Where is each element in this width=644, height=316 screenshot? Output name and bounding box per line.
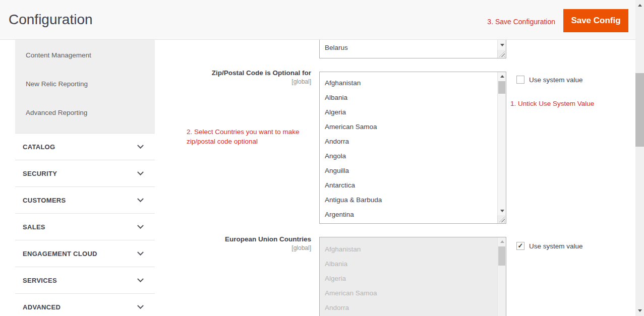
scrollbar-thumb[interactable]	[498, 81, 505, 94]
sidebar-item-advanced-reporting[interactable]: Advanced Reporting	[15, 98, 155, 127]
config-nav-sidebar: Content Management New Relic Reporting A…	[15, 40, 155, 316]
select-option-disabled: Algeria	[320, 271, 497, 286]
select-option[interactable]: Afghanistan	[320, 76, 497, 90]
sidebar-section-label: SERVICES	[23, 277, 57, 284]
page-header: Configuration 3. Save Configuration Save…	[0, 0, 644, 40]
chevron-down-icon	[137, 276, 144, 282]
sidebar-section-catalog[interactable]: CATALOG	[15, 133, 155, 160]
zip-optional-country-multiselect[interactable]: AfghanistanAlbaniaAlgeriaAmerican SamoaA…	[319, 72, 506, 224]
zip-optional-field-label: Zip/Postal Code is Optional for [global]	[166, 69, 311, 85]
sidebar-section-label: SALES	[23, 223, 45, 231]
use-system-value-checkbox[interactable]	[516, 242, 524, 250]
sidebar-section-services[interactable]: SERVICES	[15, 267, 155, 293]
country-multiselect-partial[interactable]: BelarusBelgium	[319, 40, 506, 58]
sidebar-section-label: CATALOG	[23, 143, 55, 151]
sidebar-section-sales[interactable]: SALES	[15, 213, 155, 240]
field-label-text: European Union Countries	[166, 235, 311, 243]
arrow-down-icon	[500, 44, 504, 46]
chevron-down-icon	[137, 196, 144, 202]
field-scope-text: [global]	[166, 78, 311, 85]
configuration-page: Configuration 3. Save Configuration Save…	[0, 0, 644, 316]
scrollbar-thumb	[498, 246, 505, 266]
sidebar-section-engagement-cloud[interactable]: ENGAGEMENT CLOUD	[15, 240, 155, 267]
select-scrollbar	[497, 237, 506, 316]
arrow-up-icon	[500, 75, 504, 78]
scroll-down-button[interactable]	[635, 306, 644, 315]
sidebar-section-label: CUSTOMERS	[23, 197, 66, 204]
select-option[interactable]: Anguilla	[320, 163, 497, 178]
select-option[interactable]: Argentina	[320, 207, 497, 222]
chevron-down-icon	[137, 142, 144, 149]
resize-grip-icon	[499, 51, 505, 57]
arrow-up-icon	[638, 4, 642, 7]
select-option-disabled: Afghanistan	[320, 242, 497, 257]
select-option[interactable]: Belgium	[320, 54, 497, 58]
use-system-value-label[interactable]: Use system value	[529, 76, 583, 84]
resize-grip-icon	[499, 217, 505, 222]
select-option-disabled: American Samoa	[320, 286, 497, 300]
sidebar-item-new-relic-reporting[interactable]: New Relic Reporting	[15, 70, 155, 98]
arrow-up-icon	[500, 240, 504, 243]
scroll-up-button[interactable]	[635, 1, 644, 10]
chevron-down-icon	[137, 302, 144, 309]
scroll-up-button	[498, 237, 506, 246]
use-system-value-label[interactable]: Use system value	[529, 242, 583, 250]
page-scrollbar[interactable]	[635, 0, 644, 316]
select-option[interactable]: Antarctica	[320, 178, 497, 193]
select-option-disabled: Albania	[320, 257, 497, 271]
arrow-down-icon	[638, 309, 642, 312]
resize-handle[interactable]	[497, 215, 506, 223]
chevron-down-icon	[137, 169, 144, 175]
zip-use-system-value-row: Use system value	[516, 76, 583, 84]
save-config-button[interactable]: Save Config	[563, 9, 628, 32]
select-option[interactable]: Angola	[320, 149, 497, 163]
sidebar-section-label: SECURITY	[23, 170, 57, 177]
select-option[interactable]: American Samoa	[320, 119, 497, 134]
select-option[interactable]: Albania	[320, 90, 497, 105]
field-label-text: Zip/Postal Code is Optional for	[166, 69, 311, 77]
annotation-untick-system-value: 1. Untick Use System Value	[510, 99, 594, 108]
sidebar-section-security[interactable]: SECURITY	[15, 160, 155, 186]
option-list: AfghanistanAlbaniaAlgeriaAmerican SamoaA…	[320, 72, 497, 223]
select-option[interactable]: Algeria	[320, 105, 497, 119]
sidebar-section-customers[interactable]: CUSTOMERS	[15, 186, 155, 213]
scrollbar-thumb[interactable]	[635, 73, 644, 147]
scroll-down-button[interactable]	[498, 41, 506, 49]
annotation-select-countries: 2. Select Countries you want to make zip…	[187, 127, 314, 146]
chevron-down-icon	[137, 222, 144, 229]
eu-countries-multiselect-disabled: AfghanistanAlbaniaAlgeriaAmerican SamoaA…	[319, 237, 506, 316]
eu-countries-field-label: European Union Countries [global]	[166, 235, 311, 251]
sidebar-section-label: ADVANCED	[23, 303, 61, 311]
select-scrollbar[interactable]	[497, 40, 506, 50]
scroll-up-button[interactable]	[498, 72, 506, 81]
use-system-value-checkbox[interactable]	[516, 76, 524, 84]
select-option[interactable]: Andorra	[320, 134, 497, 149]
scroll-down-button[interactable]	[498, 207, 506, 215]
select-option[interactable]: Antigua & Barbuda	[320, 193, 497, 207]
sidebar-item-content-management[interactable]: Content Management	[15, 41, 155, 70]
sidebar-section-label: ENGAGEMENT CLOUD	[23, 250, 97, 258]
option-list: BelarusBelgium	[320, 40, 497, 58]
page-title: Configuration	[9, 12, 93, 28]
field-scope-text: [global]	[166, 244, 311, 251]
sidebar-subsection-group: Content Management New Relic Reporting A…	[15, 40, 155, 133]
resize-handle[interactable]	[497, 50, 506, 58]
select-option[interactable]: Belarus	[320, 41, 497, 54]
sidebar-section-advanced[interactable]: ADVANCED	[15, 293, 155, 316]
option-list: AfghanistanAlbaniaAlgeriaAmerican SamoaA…	[320, 237, 497, 316]
select-scrollbar[interactable]	[497, 72, 506, 215]
chevron-down-icon	[137, 249, 144, 256]
select-option-disabled: Andorra	[320, 300, 497, 315]
eu-use-system-value-row: Use system value	[516, 242, 583, 250]
save-annotation-text: 3. Save Configuration	[487, 18, 555, 26]
arrow-down-icon	[500, 210, 504, 212]
